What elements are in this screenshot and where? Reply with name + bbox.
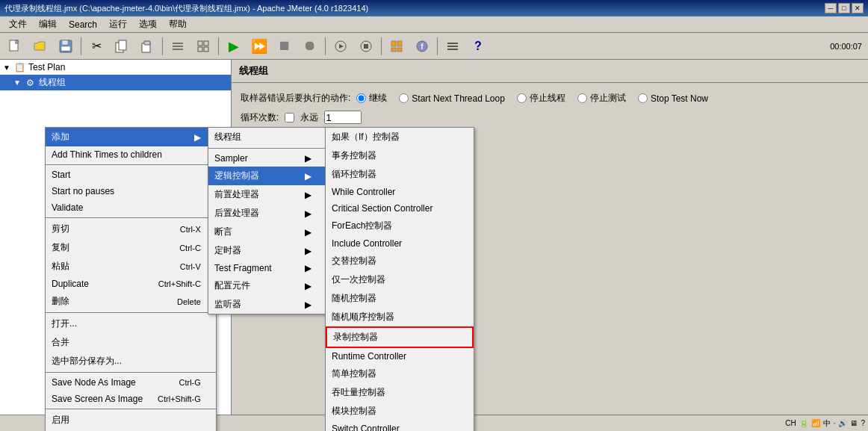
- cm-start[interactable]: Start: [46, 167, 216, 183]
- new-button[interactable]: [3, 35, 27, 58]
- cm-sep-2: [46, 217, 216, 218]
- remote-stop-button[interactable]: [354, 35, 378, 58]
- lc-loop-controller[interactable]: 循环控制器: [326, 165, 474, 184]
- menu-edit[interactable]: 编辑: [33, 16, 63, 32]
- shutdown-button[interactable]: ⏺: [298, 35, 322, 58]
- separator-1: [81, 37, 81, 55]
- sm-sampler[interactable]: Sampler▶: [208, 150, 326, 167]
- submenu-logic-controller: 如果（If）控制器 事务控制器 循环控制器 While Controller C…: [325, 127, 474, 431]
- svg-marker-16: [339, 44, 344, 49]
- cm-sep-4: [46, 372, 216, 373]
- save-button[interactable]: [54, 35, 78, 58]
- cm-validate[interactable]: Validate: [46, 199, 216, 216]
- paste-button[interactable]: [135, 35, 159, 58]
- cm-delete[interactable]: 删除Delete: [46, 292, 216, 311]
- lc-foreach-controller[interactable]: ForEach控制器: [326, 217, 474, 235]
- cm-add[interactable]: 添加 ▶: [46, 128, 216, 146]
- lc-critical-section[interactable]: Critical Section Controller: [326, 200, 474, 217]
- stop-button[interactable]: ⏹: [273, 35, 297, 58]
- cm-enable[interactable]: 启用: [46, 411, 216, 430]
- sm-config-element[interactable]: 配置元件▶: [208, 276, 326, 295]
- svg-rect-5: [119, 40, 126, 50]
- cm-save-selection[interactable]: 选中部分保存为...: [46, 352, 216, 370]
- context-menu-main: 添加 ▶ Add Think Times to children Start S…: [45, 127, 217, 431]
- svg-rect-14: [204, 47, 208, 52]
- expand-button[interactable]: [166, 35, 190, 58]
- menu-search[interactable]: Search: [63, 18, 103, 31]
- cm-add-think-times[interactable]: Add Think Times to children: [46, 146, 216, 163]
- window-controls: ─ □ ✕: [825, 3, 864, 13]
- cm-sep-1: [46, 164, 216, 165]
- open-button[interactable]: [28, 35, 52, 58]
- sm-test-fragment[interactable]: Test Fragment▶: [208, 260, 326, 276]
- run-no-pause-button[interactable]: ⏩: [247, 35, 271, 58]
- lc-interleave-controller[interactable]: 交替控制器: [326, 252, 474, 270]
- sm-logic-controller[interactable]: 逻辑控制器▶: [208, 167, 326, 185]
- sm-sep-1: [208, 148, 326, 149]
- context-menu-overlay: 添加 ▶ Add Think Times to children Start S…: [0, 60, 868, 431]
- submenu-add: 线程组 Sampler▶ 逻辑控制器▶ 前置处理器▶ 后置处理器▶ 断言▶ 定时…: [208, 127, 327, 314]
- cm-sep-3: [46, 312, 216, 313]
- cm-save-node-image[interactable]: Save Node As ImageCtrl-G: [46, 374, 216, 391]
- menu-options[interactable]: 选项: [133, 16, 163, 32]
- separator-4: [325, 37, 326, 55]
- lc-random-controller[interactable]: 随机控制器: [326, 289, 474, 308]
- cm-save-screen-image[interactable]: Save Screen As ImageCtrl+Shift-G: [46, 391, 216, 407]
- run-button[interactable]: ▶: [222, 35, 246, 58]
- collapse-button[interactable]: [191, 35, 215, 58]
- lc-recording-controller[interactable]: 录制控制器: [326, 326, 474, 348]
- svg-rect-7: [144, 41, 150, 45]
- maximize-button[interactable]: □: [838, 3, 850, 13]
- lc-transaction-controller[interactable]: 事务控制器: [326, 146, 474, 165]
- svg-rect-25: [447, 43, 458, 44]
- lc-include-controller[interactable]: Include Controller: [326, 235, 474, 252]
- main-layout: ▼ 📋 Test Plan ▼ ⚙ 线程组 线程组 取样器错误后要执行的动作: …: [0, 60, 868, 431]
- lc-random-order-controller[interactable]: 随机顺序控制器: [326, 308, 474, 326]
- svg-rect-19: [391, 41, 396, 46]
- cm-copy[interactable]: 复制Ctrl-C: [46, 238, 216, 257]
- minimize-button[interactable]: ─: [825, 3, 837, 13]
- cut-button[interactable]: ✂: [84, 35, 108, 58]
- template-button[interactable]: [385, 35, 409, 58]
- help-button[interactable]: ?: [466, 35, 490, 58]
- lc-switch-controller[interactable]: Switch Controller: [326, 421, 474, 431]
- remote-start-button[interactable]: [329, 35, 353, 58]
- sm-listener[interactable]: 监听器▶: [208, 295, 326, 314]
- cm-paste[interactable]: 粘贴Ctrl-V: [46, 257, 216, 276]
- svg-rect-11: [198, 41, 202, 46]
- menu-file[interactable]: 文件: [3, 16, 33, 32]
- cm-sep-5: [46, 409, 216, 409]
- options-button[interactable]: [441, 35, 465, 58]
- svg-rect-22: [397, 48, 402, 52]
- sm-assertion[interactable]: 断言▶: [208, 223, 326, 241]
- sm-thread-group[interactable]: 线程组: [208, 128, 326, 146]
- lc-if-controller[interactable]: 如果（If）控制器: [326, 128, 474, 146]
- close-button[interactable]: ✕: [852, 3, 864, 13]
- lc-throughput-controller[interactable]: 吞吐量控制器: [326, 383, 474, 402]
- cm-open[interactable]: 打开...: [46, 314, 216, 333]
- copy-button[interactable]: [110, 35, 134, 58]
- cm-cut[interactable]: 剪切Ctrl-X: [46, 220, 216, 238]
- lc-runtime-controller[interactable]: Runtime Controller: [326, 348, 474, 365]
- elapsed-time: 00:00:07: [830, 42, 865, 51]
- function-helper-button[interactable]: f: [410, 35, 434, 58]
- separator-5: [381, 37, 382, 55]
- lc-once-only-controller[interactable]: 仅一次控制器: [326, 270, 474, 289]
- svg-rect-27: [447, 49, 458, 50]
- lc-while-controller[interactable]: While Controller: [326, 184, 474, 200]
- svg-rect-26: [447, 46, 458, 47]
- lc-simple-controller[interactable]: 简单控制器: [326, 365, 474, 383]
- sm-timer[interactable]: 定时器▶: [208, 241, 326, 260]
- menu-help[interactable]: 帮助: [163, 16, 193, 32]
- cm-merge[interactable]: 合并: [46, 333, 216, 352]
- separator-2: [162, 37, 163, 55]
- sm-pre-processor[interactable]: 前置处理器▶: [208, 185, 326, 204]
- lc-module-controller[interactable]: 模块控制器: [326, 402, 474, 421]
- toolbar: ✂ ▶ ⏩ ⏹ ⏺ f ? 00:00:07: [0, 33, 868, 60]
- sm-post-processor[interactable]: 后置处理器▶: [208, 204, 326, 223]
- separator-6: [437, 37, 438, 55]
- cm-duplicate[interactable]: DuplicateCtrl+Shift-C: [46, 276, 216, 292]
- cm-start-no-pauses[interactable]: Start no pauses: [46, 183, 216, 199]
- menu-run[interactable]: 运行: [103, 16, 133, 32]
- svg-rect-13: [198, 47, 202, 52]
